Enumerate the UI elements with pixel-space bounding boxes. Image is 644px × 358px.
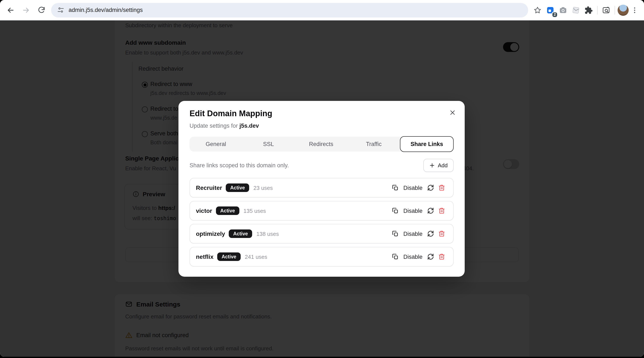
disable-link-button[interactable]: Disable bbox=[403, 254, 422, 260]
share-link-name: victor bbox=[196, 207, 212, 214]
share-links-list: Recruiter Active 23 uses Disable victor … bbox=[190, 178, 454, 267]
share-link-name: netflix bbox=[196, 253, 214, 260]
mail-extension[interactable] bbox=[570, 3, 582, 16]
status-badge: Active bbox=[216, 206, 239, 215]
refresh-icon bbox=[427, 230, 434, 237]
extension-puzzle-icon bbox=[584, 6, 593, 14]
disable-link-button[interactable]: Disable bbox=[403, 231, 422, 237]
add-share-link-button[interactable]: Add bbox=[423, 159, 454, 172]
share-link-name: Recruiter bbox=[196, 184, 222, 191]
share-link-row: victor Active 135 uses Disable bbox=[190, 201, 454, 221]
bookmark-button[interactable] bbox=[532, 3, 544, 16]
copy-link-button[interactable] bbox=[390, 251, 401, 262]
forward-icon bbox=[22, 6, 30, 14]
browser-menu-button[interactable] bbox=[630, 3, 640, 16]
share-link-name: optimizely bbox=[196, 230, 225, 237]
uses-count: 23 uses bbox=[254, 185, 273, 191]
url-bar[interactable]: admin.j5s.dev/admin/settings bbox=[51, 3, 528, 17]
extensions-button[interactable] bbox=[583, 3, 594, 16]
extension-badge: 2 bbox=[552, 11, 558, 18]
share-link-row: optimizely Active 138 uses Disable bbox=[190, 224, 454, 244]
back-icon bbox=[6, 6, 15, 14]
dialog-subtitle: Update settings for j5s.dev bbox=[190, 122, 454, 130]
password-manager-extension[interactable]: 2 bbox=[544, 3, 556, 16]
share-link-row: Recruiter Active 23 uses Disable bbox=[190, 178, 454, 198]
star-icon bbox=[533, 6, 542, 14]
regenerate-link-button[interactable] bbox=[425, 228, 436, 239]
close-icon bbox=[449, 109, 456, 116]
copy-link-button[interactable] bbox=[390, 228, 401, 239]
mail-extension-icon bbox=[572, 6, 580, 14]
reload-icon bbox=[37, 6, 45, 14]
tab-share-links[interactable]: Share Links bbox=[400, 136, 454, 152]
dialog-tabs: GeneralSSLRedirectsTrafficShare Links bbox=[190, 137, 454, 152]
add-button-label: Add bbox=[438, 162, 448, 169]
refresh-icon bbox=[427, 207, 434, 214]
trash-icon bbox=[438, 253, 445, 260]
camera-icon bbox=[559, 6, 567, 14]
camera-extension[interactable] bbox=[557, 3, 569, 16]
copy-icon bbox=[392, 184, 399, 191]
forward-button[interactable] bbox=[19, 3, 33, 17]
back-button[interactable] bbox=[4, 3, 18, 17]
share-link-row: netflix Active 241 uses Disable bbox=[190, 247, 454, 267]
uses-count: 135 uses bbox=[244, 208, 266, 214]
plus-icon bbox=[429, 163, 435, 168]
copy-icon bbox=[392, 230, 399, 237]
status-badge: Active bbox=[226, 183, 249, 192]
toolbar-divider bbox=[614, 6, 615, 14]
screen: admin.j5s.dev/admin/settings 2 bbox=[0, 0, 644, 358]
disable-link-button[interactable]: Disable bbox=[403, 208, 422, 214]
regenerate-link-button[interactable] bbox=[425, 251, 436, 262]
close-button[interactable] bbox=[447, 107, 458, 118]
reload-button[interactable] bbox=[34, 3, 48, 17]
uses-count: 138 uses bbox=[256, 231, 279, 237]
delete-link-button[interactable] bbox=[436, 228, 447, 239]
refresh-icon bbox=[427, 253, 434, 260]
dialog-title: Edit Domain Mapping bbox=[190, 109, 454, 119]
browser-toolbar: admin.j5s.dev/admin/settings 2 bbox=[0, 0, 644, 20]
edit-domain-mapping-dialog: Edit Domain Mapping Update settings for … bbox=[178, 101, 465, 277]
copy-link-button[interactable] bbox=[390, 182, 401, 193]
trash-icon bbox=[438, 184, 445, 191]
url-text[interactable]: admin.j5s.dev/admin/settings bbox=[68, 7, 143, 13]
delete-link-button[interactable] bbox=[436, 205, 447, 216]
search-tabs-button[interactable] bbox=[600, 3, 612, 16]
copy-link-button[interactable] bbox=[390, 205, 401, 216]
tab-traffic[interactable]: Traffic bbox=[348, 137, 400, 152]
toolbar-divider bbox=[597, 6, 598, 14]
status-badge: Active bbox=[217, 252, 240, 261]
search-tabs-icon bbox=[602, 6, 610, 14]
scope-row: Share links scoped to this domain only. … bbox=[190, 159, 454, 172]
kebab-menu-icon bbox=[631, 6, 638, 14]
status-badge: Active bbox=[229, 229, 252, 238]
uses-count: 241 uses bbox=[245, 254, 268, 260]
profile-avatar[interactable] bbox=[618, 4, 629, 15]
copy-icon bbox=[392, 207, 399, 214]
tab-redirects[interactable]: Redirects bbox=[295, 137, 347, 152]
disable-link-button[interactable]: Disable bbox=[403, 185, 422, 191]
tab-ssl[interactable]: SSL bbox=[242, 137, 295, 152]
tab-general[interactable]: General bbox=[190, 137, 242, 152]
scope-note: Share links scoped to this domain only. bbox=[190, 162, 289, 169]
copy-icon bbox=[392, 253, 399, 260]
browser-window: admin.j5s.dev/admin/settings 2 bbox=[0, 0, 644, 357]
delete-link-button[interactable] bbox=[436, 182, 447, 193]
regenerate-link-button[interactable] bbox=[425, 205, 436, 216]
refresh-icon bbox=[427, 184, 434, 191]
site-settings-icon bbox=[57, 6, 64, 14]
dialog-subtitle-prefix: Update settings for bbox=[190, 123, 239, 129]
dialog-subtitle-domain: j5s.dev bbox=[239, 123, 259, 129]
trash-icon bbox=[438, 207, 445, 214]
regenerate-link-button[interactable] bbox=[425, 182, 436, 193]
delete-link-button[interactable] bbox=[436, 251, 447, 262]
trash-icon bbox=[438, 230, 445, 237]
